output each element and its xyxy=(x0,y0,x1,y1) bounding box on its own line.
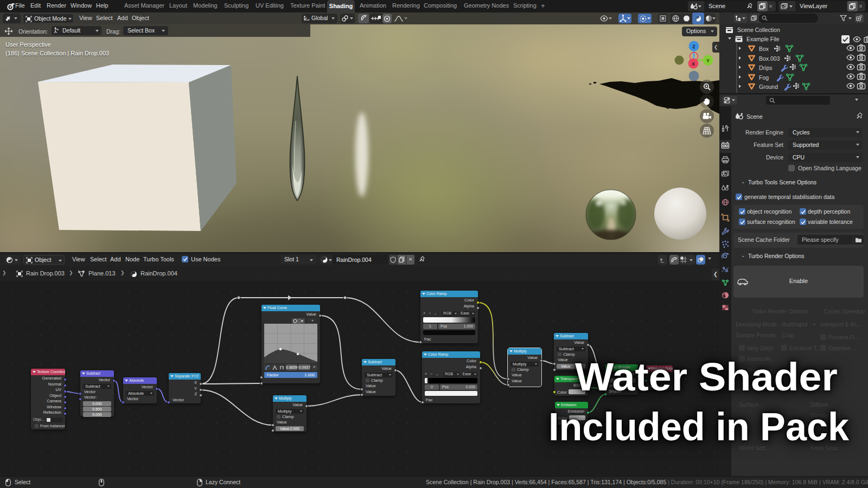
svg-text:X: X xyxy=(692,61,695,67)
svg-text:Y: Y xyxy=(706,58,710,63)
svg-text:Z: Z xyxy=(692,44,695,49)
